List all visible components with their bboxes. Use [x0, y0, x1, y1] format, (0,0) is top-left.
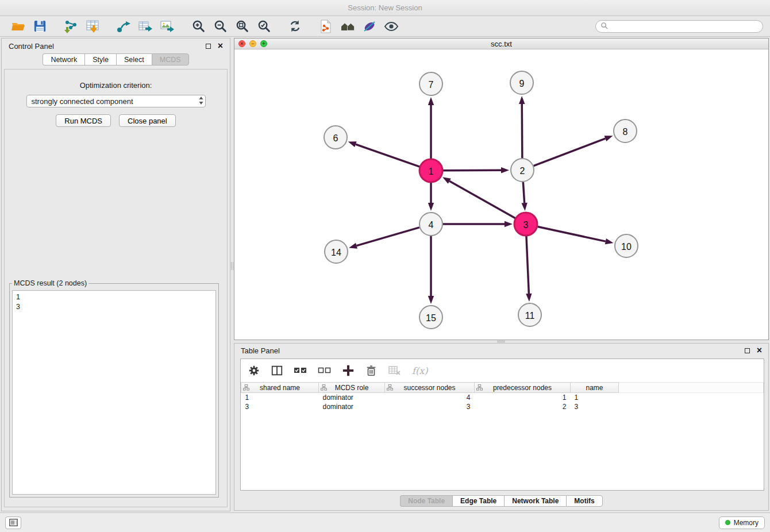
graph-edge[interactable]	[534, 138, 606, 165]
criterion-dropdown[interactable]: strongly connected component	[26, 95, 206, 107]
graph-edge-arrow	[348, 141, 357, 147]
export-table-icon[interactable]	[134, 18, 156, 35]
zoom-window-icon[interactable]: +	[260, 40, 267, 47]
main-toolbar	[0, 16, 770, 37]
graph-node[interactable]: 9	[510, 71, 533, 94]
close-panel-button[interactable]: Close panel	[119, 114, 176, 127]
graph-edge[interactable]	[449, 181, 515, 218]
graph-node-label: 7	[429, 80, 434, 90]
graph-node[interactable]: 15	[419, 306, 442, 329]
graph-edge[interactable]	[443, 170, 501, 171]
graph-node[interactable]: 6	[324, 126, 347, 149]
task-history-button[interactable]	[5, 516, 21, 529]
tab-node-table[interactable]: Node Table	[400, 495, 452, 507]
delete-column-icon[interactable]	[365, 364, 378, 377]
mcds-result-group: MCDS result (2 nodes) 1 3	[9, 283, 219, 498]
deselect-all-icon[interactable]	[318, 364, 332, 377]
graph-node[interactable]: 10	[615, 234, 638, 257]
save-session-icon[interactable]	[29, 18, 51, 35]
column-header-mcds-role[interactable]: MCDS role	[319, 383, 385, 393]
export-image-icon[interactable]	[156, 18, 178, 35]
graph-edge[interactable]	[523, 182, 524, 203]
search-input[interactable]	[611, 22, 758, 30]
column-header-name[interactable]: name	[571, 383, 619, 393]
graph-edge[interactable]	[538, 226, 606, 241]
graph-node[interactable]: 11	[518, 303, 541, 326]
search-box[interactable]	[595, 20, 763, 33]
graph-node[interactable]: 14	[325, 240, 348, 263]
memory-button[interactable]: Memory	[719, 516, 765, 529]
zoom-in-icon[interactable]	[187, 18, 209, 35]
cell-successor-nodes[interactable]: 4	[385, 393, 475, 402]
zoom-out-icon[interactable]	[209, 18, 231, 35]
tab-network-table[interactable]: Network Table	[504, 495, 566, 507]
import-table-icon[interactable]	[82, 18, 103, 35]
graph-edge[interactable]	[356, 144, 419, 167]
tab-style[interactable]: Style	[84, 53, 116, 65]
graph-node[interactable]: 7	[419, 72, 442, 95]
clone-network-icon[interactable]	[315, 18, 337, 35]
graph-node-label: 15	[426, 313, 436, 323]
add-column-icon[interactable]	[342, 364, 355, 377]
column-type-icon	[321, 384, 327, 392]
gear-icon[interactable]	[248, 364, 260, 377]
graph-node-label: 1	[429, 167, 434, 176]
style-brush-icon[interactable]	[359, 18, 380, 35]
zoom-selected-icon[interactable]	[253, 18, 275, 35]
network-graph[interactable]: 7968124314101511	[234, 49, 768, 340]
cell-name[interactable]: 3	[571, 402, 619, 411]
table-row[interactable]: 1 dominator 4 1 1	[241, 393, 764, 402]
tab-network[interactable]: Network	[43, 53, 84, 65]
close-window-icon[interactable]: ×	[238, 40, 245, 47]
close-panel-icon[interactable]: ×	[757, 346, 762, 355]
eye-icon[interactable]	[380, 18, 402, 35]
graph-node-label: 2	[520, 166, 525, 176]
graph-node[interactable]: 1	[419, 159, 442, 182]
delete-table-icon	[388, 364, 402, 377]
cell-mcds-role[interactable]: dominator	[319, 402, 385, 411]
table-panel: Table Panel ×	[234, 343, 769, 511]
export-network-icon[interactable]	[113, 18, 134, 35]
column-header-successor-nodes[interactable]: successor nodes	[385, 383, 475, 393]
tab-motifs[interactable]: Motifs	[566, 495, 602, 507]
graph-edge[interactable]	[357, 228, 419, 246]
show-columns-icon[interactable]	[271, 364, 283, 377]
tab-select[interactable]: Select	[116, 53, 152, 65]
graph-edge[interactable]	[526, 236, 529, 294]
column-header-predecessor-nodes[interactable]: predecessor nodes	[475, 383, 571, 393]
cell-successor-nodes[interactable]: 3	[385, 402, 475, 411]
cell-shared-name[interactable]: 3	[241, 402, 319, 411]
select-all-icon[interactable]	[294, 364, 307, 377]
float-panel-icon[interactable]	[206, 44, 211, 49]
refresh-icon[interactable]	[284, 18, 306, 35]
graph-node[interactable]: 4	[419, 213, 442, 236]
column-type-icon	[387, 384, 393, 392]
graph-edge[interactable]	[522, 104, 522, 158]
close-panel-icon[interactable]: ×	[218, 41, 223, 51]
column-header-shared-name[interactable]: shared name	[241, 383, 319, 393]
graph-node-label: 8	[623, 127, 628, 137]
graph-node[interactable]: 8	[614, 119, 637, 142]
float-panel-icon[interactable]	[745, 348, 750, 353]
minimize-window-icon[interactable]: −	[249, 40, 256, 47]
cell-mcds-role[interactable]: dominator	[319, 393, 385, 402]
column-label: predecessor nodes	[493, 384, 552, 392]
table-row[interactable]: 3 dominator 3 2 3	[241, 402, 764, 411]
cell-shared-name[interactable]: 1	[241, 393, 319, 402]
tab-mcds[interactable]: MCDS	[152, 53, 189, 65]
dropdown-stepper-icon	[198, 96, 204, 107]
home-icon[interactable]	[337, 18, 359, 35]
open-session-icon[interactable]	[7, 18, 29, 35]
zoom-fit-icon[interactable]	[231, 18, 253, 35]
function-builder-icon: f(x)	[412, 365, 428, 376]
graph-node[interactable]: 2	[511, 159, 534, 182]
cell-predecessor-nodes[interactable]: 1	[475, 393, 571, 402]
graph-canvas[interactable]: 7968124314101511	[234, 49, 768, 340]
run-mcds-button[interactable]: Run MCDS	[56, 114, 111, 127]
tab-edge-table[interactable]: Edge Table	[452, 495, 504, 507]
graph-node[interactable]: 3	[514, 213, 537, 236]
cell-predecessor-nodes[interactable]: 2	[475, 402, 571, 411]
import-network-icon[interactable]	[60, 18, 82, 35]
cell-filler	[619, 402, 764, 411]
cell-name[interactable]: 1	[571, 393, 619, 402]
